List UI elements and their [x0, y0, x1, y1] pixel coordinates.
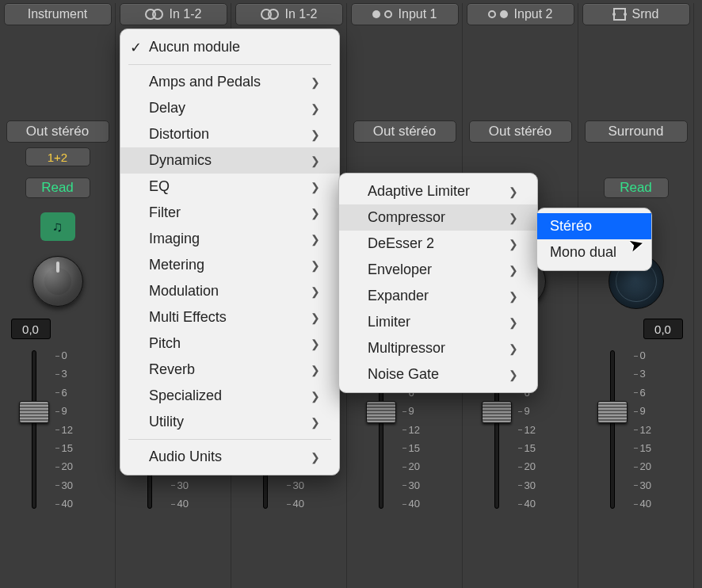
scale-tick: 20 [640, 461, 651, 472]
menu-item-pitch[interactable]: Pitch❯ [120, 330, 339, 357]
menu-item-limiter[interactable]: Limiter❯ [339, 309, 537, 335]
scale-tick: 30 [525, 480, 536, 491]
fader-value[interactable]: 0,0 [11, 319, 51, 339]
menu-item-label: Delay [149, 100, 185, 116]
output-selector[interactable]: Out stéréo [353, 120, 456, 143]
menu-item-label: EQ [149, 178, 170, 195]
menu-item-filter[interactable]: Filter❯ [120, 200, 339, 226]
scale-tick: 20 [62, 461, 73, 472]
menu-item-audio-units[interactable]: Audio Units❯ [120, 444, 339, 470]
input-label: Srnd [632, 7, 659, 21]
menu-item-compressor[interactable]: Compressor❯ [339, 204, 537, 231]
output-selector[interactable]: Surround [585, 120, 688, 143]
scale-tick: 12 [409, 425, 420, 435]
input-selector[interactable]: In 1-2 [120, 3, 227, 25]
scale-tick: 40 [409, 498, 420, 509]
plugin-category-menu[interactable]: ✓Aucun moduleAmps and Pedals❯Delay❯Disto… [120, 29, 340, 475]
menu-item-reverb[interactable]: Reverb❯ [120, 357, 339, 383]
menu-item-label: Dynamics [149, 152, 212, 169]
output-selector[interactable]: Out stéréo [6, 120, 109, 143]
group-slot[interactable]: 1+2 [25, 147, 90, 166]
input-label: Input 1 [399, 7, 437, 21]
menu-item-dynamics[interactable]: Dynamics❯ [120, 147, 339, 174]
chevron-right-icon: ❯ [311, 128, 320, 141]
scale-tick: 9 [62, 406, 73, 416]
chevron-right-icon: ❯ [509, 185, 518, 198]
chevron-right-icon: ❯ [509, 264, 518, 277]
menu-item-label: Pitch [149, 335, 181, 352]
chevron-right-icon: ❯ [311, 207, 320, 220]
menu-item-label: Amps and Pedals [149, 74, 261, 90]
input-selector[interactable]: Input 2 [467, 3, 574, 25]
menu-item-label: Expander [368, 288, 429, 304]
mono-right-icon [488, 10, 508, 18]
input-selector[interactable]: Srnd [582, 3, 690, 25]
menu-item-modulation[interactable]: Modulation❯ [120, 278, 339, 304]
chevron-right-icon: ❯ [311, 155, 320, 167]
menu-item-adaptive-limiter[interactable]: Adaptive Limiter❯ [339, 178, 537, 204]
input-selector[interactable]: Instrument [4, 3, 112, 25]
chevron-right-icon: ❯ [509, 212, 518, 224]
chevron-right-icon: ❯ [311, 390, 320, 403]
fader-cap[interactable] [482, 401, 512, 423]
chevron-right-icon: ❯ [311, 259, 320, 272]
plugin-dynamics-submenu[interactable]: Adaptive Limiter❯Compressor❯DeEsser 2❯En… [338, 173, 538, 393]
fader-value[interactable]: 0,0 [643, 319, 683, 339]
menu-item-label: Stéréo [550, 218, 592, 235]
chevron-right-icon: ❯ [311, 285, 320, 298]
fader-cap[interactable] [597, 401, 628, 423]
menu-item-label: Specialized [149, 388, 222, 404]
input-label: Input 2 [514, 7, 553, 21]
scale-tick: 30 [293, 480, 304, 491]
chevron-right-icon: ❯ [311, 181, 320, 193]
instrument-icon[interactable]: ♫ [40, 212, 75, 241]
fader-cap[interactable] [366, 401, 396, 423]
menu-item-noise-gate[interactable]: Noise Gate❯ [339, 361, 537, 388]
fader-track[interactable] [610, 350, 615, 509]
automation-mode-button[interactable]: Read [25, 178, 90, 198]
menu-item-eq[interactable]: EQ❯ [120, 174, 339, 200]
menu-item-enveloper[interactable]: Enveloper❯ [339, 257, 537, 283]
menu-item-specialized[interactable]: Specialized❯ [120, 383, 339, 409]
scale-tick: 0 [640, 350, 651, 361]
automation-mode-button[interactable]: Read [604, 178, 669, 198]
stereo-icon [261, 9, 279, 20]
scale-tick: 9 [409, 406, 420, 416]
scale-tick: 12 [62, 425, 73, 435]
output-selector[interactable]: Out stéréo [469, 120, 572, 143]
chevron-right-icon: ❯ [311, 364, 320, 376]
scale-tick: 12 [640, 425, 651, 435]
menu-item-utility[interactable]: Utility❯ [120, 409, 339, 435]
menu-item-imaging[interactable]: Imaging❯ [120, 226, 339, 252]
scale-tick: 15 [409, 443, 420, 453]
menu-item-no-plugin[interactable]: ✓Aucun module [120, 34, 339, 60]
scale-tick: 40 [62, 498, 73, 509]
scale-tick: 40 [177, 498, 189, 509]
input-selector[interactable]: In 1-2 [235, 3, 343, 25]
fader-track[interactable] [32, 350, 36, 509]
fader-cap[interactable] [19, 401, 49, 423]
menu-item-label: Noise Gate [368, 366, 439, 383]
menu-item-deesser-2[interactable]: DeEsser 2❯ [339, 231, 537, 257]
menu-item-label: Enveloper [368, 262, 432, 278]
scale-tick: 30 [640, 480, 651, 491]
menu-item-multipressor[interactable]: Multipressor❯ [339, 335, 537, 361]
menu-item-metering[interactable]: Metering❯ [120, 252, 339, 278]
menu-item-amps-and-pedals[interactable]: Amps and Pedals❯ [120, 69, 339, 95]
menu-item-delay[interactable]: Delay❯ [120, 95, 339, 121]
pan-knob[interactable] [32, 256, 83, 307]
mono-left-icon [372, 10, 392, 18]
menu-item-label: Audio Units [149, 449, 222, 465]
menu-item-distortion[interactable]: Distortion❯ [120, 121, 339, 147]
chevron-right-icon: ❯ [509, 342, 518, 355]
chevron-right-icon: ❯ [311, 416, 320, 429]
scale-tick: 6 [62, 388, 73, 398]
input-label: In 1-2 [285, 7, 318, 21]
menu-item-multi-effects[interactable]: Multi Effects❯ [120, 304, 339, 330]
input-label: In 1-2 [170, 7, 202, 21]
menu-item-label: Mono dual [550, 244, 616, 261]
menu-item-expander[interactable]: Expander❯ [339, 283, 537, 309]
scale-tick: 15 [640, 443, 651, 453]
input-selector[interactable]: Input 1 [351, 3, 459, 25]
scale-tick: 15 [525, 443, 536, 453]
